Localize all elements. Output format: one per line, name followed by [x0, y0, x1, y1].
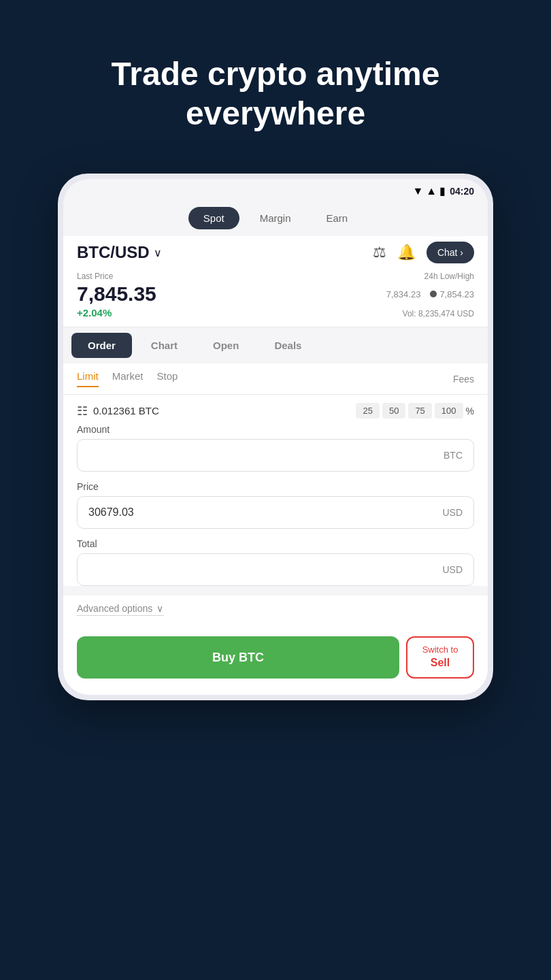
balance-info: ☷ 0.012361 BTC	[77, 404, 159, 419]
price-change: +2.04%	[77, 307, 112, 318]
battery-icon: ▮	[439, 184, 446, 197]
pct-50[interactable]: 50	[382, 403, 405, 419]
switch-bottom-label: Sell	[413, 656, 467, 670]
price-input-wrapper: USD	[77, 496, 474, 529]
header-actions: ⚖ 🔔 Chat ›	[373, 242, 474, 263]
slider-dot	[430, 291, 437, 297]
fees-link[interactable]: Fees	[453, 374, 474, 385]
trade-type-stop[interactable]: Stop	[157, 370, 178, 387]
order-tab-chart[interactable]: Chart	[135, 333, 194, 358]
advanced-options: Advanced options ∨	[63, 595, 488, 627]
total-currency: USD	[442, 564, 463, 575]
amount-label: Amount	[77, 424, 474, 435]
percent-buttons: 25 50 75 100 %	[356, 403, 474, 419]
signal-icon: ▲	[426, 185, 437, 197]
advanced-options-label: Advanced options	[77, 603, 152, 614]
chat-button[interactable]: Chat ›	[427, 242, 474, 263]
total-field-group: Total USD	[77, 538, 474, 586]
scale-icon[interactable]: ⚖	[373, 244, 386, 261]
tab-margin[interactable]: Margin	[245, 207, 306, 229]
order-tab-deals[interactable]: Deals	[258, 333, 318, 358]
switch-top-label: Switch to	[413, 644, 467, 656]
amount-field-group: Amount BTC	[77, 424, 474, 472]
main-tab-nav: Spot Margin Earn	[63, 200, 488, 236]
last-price-label: Last Price	[77, 272, 113, 281]
wifi-icon: ▼	[413, 185, 424, 197]
pct-25[interactable]: 25	[356, 403, 379, 419]
trade-type-bar: Limit Market Stop Fees	[63, 363, 488, 395]
status-time: 04:20	[450, 186, 474, 197]
action-buttons: Buy BTC Switch to Sell	[63, 627, 488, 695]
price-input[interactable]	[88, 506, 442, 519]
total-input-wrapper: USD	[77, 553, 474, 586]
last-price: 7,845.35	[77, 282, 156, 306]
pct-75[interactable]: 75	[408, 403, 431, 419]
trading-header: BTC/USD ∨ ⚖ 🔔 Chat ›	[63, 236, 488, 269]
price-label: Price	[77, 481, 474, 492]
order-tab-open[interactable]: Open	[197, 333, 255, 358]
balance-amount: 0.012361 BTC	[93, 405, 159, 416]
low-high-label: 24h Low/High	[424, 272, 474, 281]
price-currency: USD	[442, 507, 463, 518]
status-icons: ▼ ▲ ▮	[413, 184, 446, 197]
price-high: 7,854.23	[439, 289, 474, 299]
volume-text: Vol: 8,235,474 USD	[403, 309, 474, 318]
bell-icon[interactable]: 🔔	[397, 244, 416, 261]
hero-title: Trade crypto anytime everywhere	[0, 54, 551, 133]
total-input[interactable]	[88, 564, 442, 576]
buy-button[interactable]: Buy BTC	[77, 636, 399, 679]
amount-input-wrapper: BTC	[77, 439, 474, 472]
low-high-row: 7,834.23 7,854.23	[386, 289, 474, 299]
phone-frame: ▼ ▲ ▮ 04:20 Spot Margin Earn BTC/USD ∨ ⚖…	[58, 174, 493, 700]
balance-row: ☷ 0.012361 BTC 25 50 75 100 %	[63, 395, 488, 424]
amount-input[interactable]	[88, 449, 444, 461]
phone-screen: ▼ ▲ ▮ 04:20 Spot Margin Earn BTC/USD ∨ ⚖…	[63, 179, 488, 695]
order-tab-order[interactable]: Order	[71, 333, 132, 358]
price-section: Last Price 24h Low/High 7,845.35 7,834.2…	[63, 269, 488, 327]
advanced-chevron-icon: ∨	[156, 603, 163, 614]
wallet-icon: ☷	[77, 404, 88, 419]
form-section: Amount BTC Price USD Total USD	[63, 424, 488, 586]
price-low: 7,834.23	[386, 289, 421, 299]
switch-to-sell-button[interactable]: Switch to Sell	[406, 636, 474, 679]
tab-earn[interactable]: Earn	[312, 207, 363, 229]
price-row: 7,845.35 7,834.23 7,854.23	[77, 282, 474, 306]
amount-currency: BTC	[444, 450, 463, 461]
price-field-group: Price USD	[77, 481, 474, 529]
order-type-tabs: Order Chart Open Deals	[63, 327, 488, 363]
advanced-options-toggle[interactable]: Advanced options ∨	[77, 603, 163, 616]
status-bar: ▼ ▲ ▮ 04:20	[63, 179, 488, 200]
pair-info[interactable]: BTC/USD ∨	[77, 243, 162, 262]
pair-name: BTC/USD	[77, 243, 150, 262]
trade-type-limit[interactable]: Limit	[77, 370, 99, 387]
trade-types: Limit Market Stop	[77, 370, 178, 387]
trade-type-market[interactable]: Market	[112, 370, 144, 387]
total-label: Total	[77, 538, 474, 549]
tab-spot[interactable]: Spot	[188, 207, 239, 229]
percent-symbol: %	[466, 406, 474, 416]
price-labels: Last Price 24h Low/High	[77, 272, 474, 281]
pair-dropdown-icon[interactable]: ∨	[154, 246, 162, 259]
pct-100[interactable]: 100	[435, 403, 463, 419]
